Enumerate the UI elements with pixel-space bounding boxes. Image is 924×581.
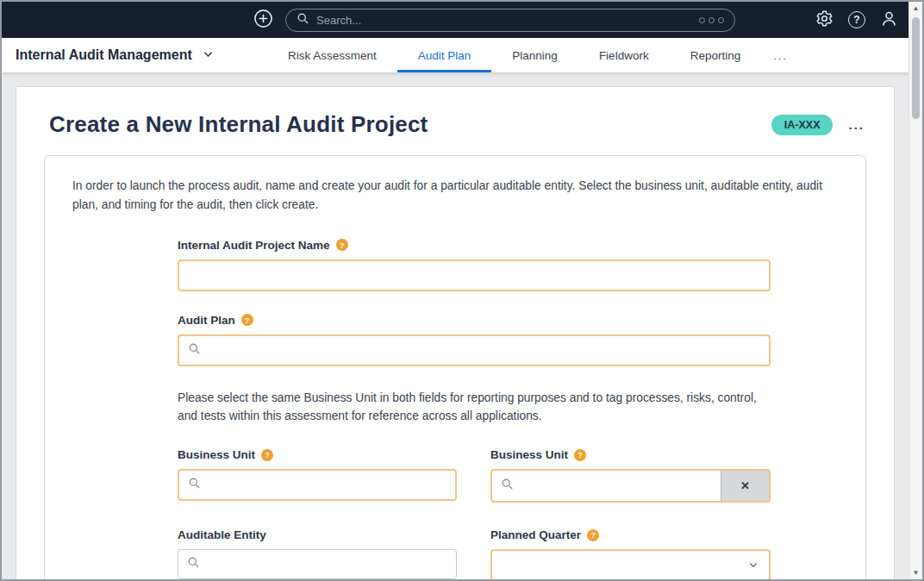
- business-unit-left-label: Business Unit: [178, 448, 255, 461]
- quick-add-button[interactable]: [253, 9, 273, 31]
- tabs-more-icon[interactable]: ...: [761, 38, 800, 72]
- label-row: Business Unit ?: [178, 448, 457, 461]
- planned-quarter-label: Planned Quarter: [490, 528, 581, 541]
- business-unit-left-input[interactable]: [209, 478, 446, 492]
- auditable-entity-label: Auditable Entity: [178, 528, 266, 541]
- search-options-icon[interactable]: [699, 17, 724, 23]
- title-row: Create a New Internal Audit Project IA-X…: [37, 111, 873, 138]
- scroll-up-icon[interactable]: ▲: [909, 2, 922, 15]
- label-row: Internal Audit Project Name ?: [178, 239, 771, 252]
- tab-fieldwork[interactable]: Fieldwork: [578, 38, 670, 72]
- audit-project-form: Internal Audit Project Name ? Audit Plan…: [178, 239, 771, 579]
- form-card: Create a New Internal Audit Project IA-X…: [16, 86, 895, 579]
- app-window: ? Internal Audit Management Risk Assessm…: [0, 0, 924, 581]
- tab-audit-plan[interactable]: Audit Plan: [397, 38, 492, 72]
- vertical-scrollbar[interactable]: ▲ ▼: [908, 2, 922, 579]
- fields-grid: Business Unit ?: [178, 448, 771, 579]
- business-unit-right-input[interactable]: [521, 479, 712, 493]
- app-switcher[interactable]: Internal Audit Management: [16, 38, 267, 72]
- intro-text: In order to launch the process audit, na…: [72, 177, 838, 215]
- project-name-input[interactable]: [178, 259, 771, 291]
- auditable-entity-search: [178, 549, 457, 579]
- label-row: Auditable Entity: [178, 528, 457, 541]
- record-id-badge: IA-XXX: [771, 115, 833, 135]
- label-row: Planned Quarter ?: [490, 528, 771, 541]
- label-row: Audit Plan ?: [178, 314, 771, 327]
- tab-reporting[interactable]: Reporting: [670, 38, 762, 72]
- scroll-down-icon[interactable]: ▼: [909, 566, 922, 579]
- search-icon: [501, 478, 514, 494]
- user-icon: [880, 9, 898, 30]
- top-bar: ?: [2, 2, 922, 38]
- business-unit-right-search: ✕: [490, 469, 771, 503]
- field-business-unit-left: Business Unit ?: [178, 448, 457, 503]
- audit-plan-search: [178, 334, 771, 366]
- help-button[interactable]: ?: [848, 11, 865, 28]
- business-unit-note: Please select the same Business Unit in …: [178, 389, 771, 427]
- field-auditable-entity: Auditable Entity: [178, 528, 457, 579]
- project-name-help-icon[interactable]: ?: [336, 239, 348, 251]
- field-audit-plan: Audit Plan ?: [178, 314, 771, 366]
- auditable-entity-input[interactable]: [208, 558, 447, 572]
- search-inner: [492, 471, 721, 501]
- audit-plan-input[interactable]: [209, 343, 760, 357]
- app-nav: Internal Audit Management Risk Assessmen…: [2, 38, 922, 72]
- search-icon: [187, 556, 200, 572]
- chevron-down-icon: [748, 558, 759, 573]
- audit-plan-help-icon[interactable]: ?: [241, 314, 253, 326]
- global-search[interactable]: [285, 9, 735, 32]
- scrollbar-thumb[interactable]: [912, 17, 920, 119]
- plus-circle-icon: [253, 9, 273, 31]
- business-unit-right-label: Business Unit: [490, 448, 568, 461]
- global-search-input[interactable]: [316, 14, 692, 27]
- form-panel: In order to launch the process audit, na…: [44, 155, 866, 579]
- label-row: Business Unit ?: [490, 448, 771, 461]
- search-icon: [188, 342, 201, 359]
- tab-planning[interactable]: Planning: [491, 38, 578, 72]
- topbar-actions: ?: [815, 9, 922, 30]
- business-unit-right-help-icon[interactable]: ?: [574, 449, 586, 461]
- page-title: Create a New Internal Audit Project: [49, 111, 428, 138]
- more-options-icon[interactable]: ...: [848, 121, 865, 129]
- business-unit-left-help-icon[interactable]: ?: [261, 449, 273, 461]
- gear-icon: [815, 9, 833, 30]
- page-content: Create a New Internal Audit Project IA-X…: [2, 72, 922, 579]
- clear-icon[interactable]: ✕: [721, 471, 769, 501]
- settings-button[interactable]: [815, 9, 833, 30]
- nav-tabs: Risk Assessment Audit Plan Planning Fiel…: [267, 38, 800, 72]
- field-planned-quarter: Planned Quarter ?: [490, 528, 771, 579]
- field-project-name: Internal Audit Project Name ?: [178, 239, 771, 291]
- chevron-down-icon: [203, 47, 214, 63]
- planned-quarter-select[interactable]: [490, 549, 771, 579]
- tab-risk-assessment[interactable]: Risk Assessment: [267, 38, 397, 72]
- search-icon: [188, 477, 201, 493]
- business-unit-left-search: [178, 469, 457, 501]
- project-name-label: Internal Audit Project Name: [178, 239, 330, 252]
- audit-plan-label: Audit Plan: [178, 314, 235, 327]
- planned-quarter-help-icon[interactable]: ?: [587, 529, 599, 541]
- search-icon: [297, 12, 309, 28]
- help-icon: ?: [848, 11, 865, 28]
- app-title: Internal Audit Management: [16, 47, 192, 63]
- profile-button[interactable]: [880, 9, 898, 30]
- field-business-unit-right: Business Unit ?: [490, 448, 771, 503]
